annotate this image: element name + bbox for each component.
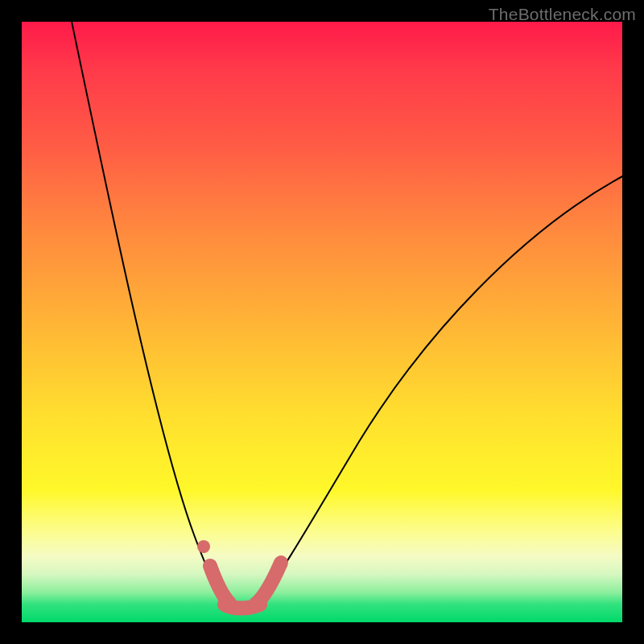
optimal-band-right xyxy=(255,563,281,605)
bottleneck-curve-svg xyxy=(22,22,622,622)
curve-left-branch xyxy=(70,14,225,597)
watermark-text: TheBottleneck.com xyxy=(489,5,636,24)
chart-plot-area xyxy=(22,22,622,622)
curve-right-branch xyxy=(262,175,625,597)
optimal-start-dot xyxy=(197,540,210,553)
optimal-band-left xyxy=(210,566,229,603)
